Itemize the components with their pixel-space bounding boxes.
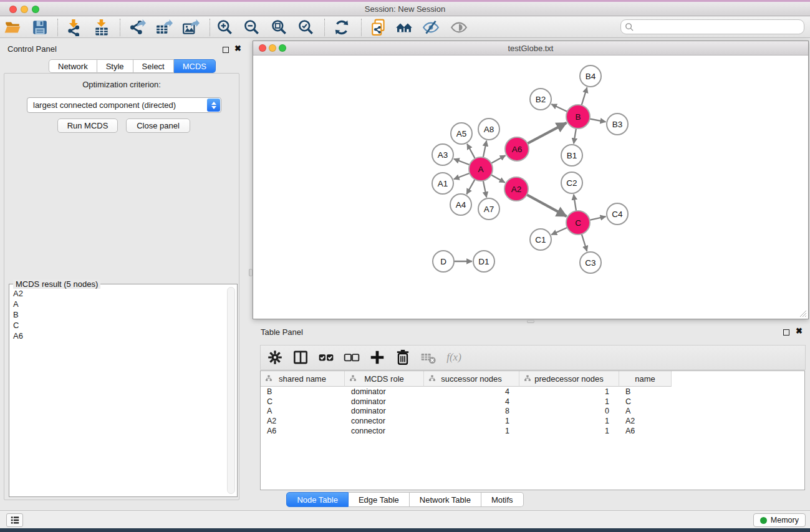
select-all-icon[interactable] (317, 348, 335, 367)
toolbar-separator (57, 19, 58, 36)
column-header-MCDS-role[interactable]: MCDS role (345, 371, 424, 387)
graph-node-B3[interactable]: B3 (607, 114, 628, 135)
graph-node-C3[interactable]: C3 (580, 252, 601, 273)
network-canvas[interactable]: B4B2B3A8A5A3B1A1C2A4A7C4C1DD1C3BA6AA2C (253, 56, 808, 319)
memory-status-dot (760, 517, 767, 524)
zoom-fit-icon[interactable] (269, 18, 290, 37)
save-session-icon[interactable] (29, 18, 51, 37)
graph-node-A1[interactable]: A1 (432, 173, 453, 194)
resize-grip[interactable] (798, 309, 807, 317)
mcds-result-item[interactable]: A (9, 299, 226, 309)
hide-details-icon[interactable] (420, 18, 441, 37)
close-panel-button[interactable]: Close panel (126, 118, 190, 133)
close-panel-icon[interactable]: ✖ (234, 46, 241, 52)
graph-node-A[interactable]: A (469, 157, 493, 181)
svg-text:A5: A5 (456, 129, 467, 138)
graph-node-A2[interactable]: A2 (504, 177, 528, 201)
float-panel-icon[interactable] (783, 328, 789, 337)
svg-text:D1: D1 (478, 257, 489, 266)
mcds-result-item[interactable]: C (9, 320, 226, 331)
tab-style[interactable]: Style (97, 59, 133, 73)
pane-divider-handle[interactable] (527, 320, 534, 323)
table-cell: C (619, 397, 672, 406)
tab-mcds[interactable]: MCDS (174, 59, 216, 73)
delete-column-icon[interactable] (393, 348, 412, 367)
graph-node-D[interactable]: D (433, 251, 454, 272)
tab-network[interactable]: Network (49, 59, 97, 73)
open-session-icon[interactable] (2, 18, 23, 37)
graph-node-C1[interactable]: C1 (530, 229, 551, 250)
graph-node-D1[interactable]: D1 (473, 251, 494, 272)
graph-node-A8[interactable]: A8 (478, 118, 499, 140)
table-row[interactable]: Bdominator41B (261, 387, 804, 397)
mcds-result-item[interactable]: A6 (9, 331, 226, 341)
copy-style-icon[interactable] (369, 18, 390, 37)
column-header-successor-nodes[interactable]: successor nodes (424, 371, 519, 387)
optimization-criterion-label: Optimization criterion: (0, 80, 243, 89)
tab-select[interactable]: Select (133, 59, 174, 73)
svg-text:A7: A7 (484, 205, 494, 214)
search-icon (625, 22, 634, 32)
import-network-icon[interactable] (64, 18, 85, 37)
optimization-criterion-select[interactable]: largest connected component (directed) (27, 97, 221, 113)
graph-node-A7[interactable]: A7 (478, 198, 499, 220)
mcds-result-item[interactable]: A2 (9, 288, 226, 299)
graph-node-B[interactable]: B (566, 105, 590, 128)
graph-node-A6[interactable]: A6 (505, 137, 529, 161)
zoom-out-icon[interactable] (241, 18, 263, 37)
scrollbar[interactable] (227, 287, 235, 494)
table-row[interactable]: A2connector11A2 (261, 416, 804, 426)
control-panel-title: Control Panel (7, 44, 57, 54)
tab-motifs[interactable]: Motifs (481, 492, 524, 507)
task-history-button[interactable] (6, 513, 23, 527)
table-cell: A (619, 407, 672, 415)
column-header-name[interactable]: name (619, 371, 672, 387)
table-cell: 1 (519, 397, 619, 406)
search-input[interactable] (634, 22, 804, 32)
table-row[interactable]: Cdominator41C (261, 397, 804, 407)
tab-edge-table[interactable]: Edge Table (349, 492, 410, 507)
table-cell: connector (345, 427, 424, 435)
graph-node-A5[interactable]: A5 (451, 123, 472, 144)
svg-text:C: C (575, 218, 581, 228)
table-row[interactable]: A6connector11A6 (261, 426, 804, 436)
function-builder-icon[interactable]: f(x) (445, 348, 463, 367)
pane-divider-handle[interactable] (249, 269, 253, 276)
export-image-icon[interactable] (180, 18, 201, 37)
close-panel-icon[interactable]: ✖ (796, 328, 803, 334)
graph-node-B4[interactable]: B4 (580, 65, 601, 87)
show-details-icon[interactable] (448, 18, 470, 37)
delete-table-icon[interactable] (419, 348, 438, 367)
search-box[interactable] (620, 19, 804, 34)
deselect-all-icon[interactable] (342, 348, 361, 367)
zoom-in-icon[interactable] (215, 18, 236, 37)
run-mcds-button[interactable]: Run MCDS (57, 118, 118, 133)
double-home-icon[interactable] (393, 18, 415, 37)
graph-node-A3[interactable]: A3 (432, 144, 453, 165)
zoom-selected-icon[interactable] (296, 18, 317, 37)
table-settings-icon[interactable] (266, 348, 284, 367)
table-row[interactable]: Adominator80A (261, 406, 804, 416)
tab-network-table[interactable]: Network Table (410, 492, 481, 507)
import-table-icon[interactable] (91, 18, 112, 37)
svg-text:B2: B2 (536, 95, 546, 104)
export-table-icon[interactable] (153, 18, 175, 37)
graph-node-C[interactable]: C (566, 211, 590, 235)
graph-node-C2[interactable]: C2 (561, 172, 582, 193)
graph-node-C4[interactable]: C4 (607, 203, 628, 225)
svg-text:A8: A8 (484, 125, 494, 134)
graph-node-B1[interactable]: B1 (561, 145, 582, 166)
graph-node-A4[interactable]: A4 (450, 194, 471, 215)
graph-node-B2[interactable]: B2 (530, 89, 551, 110)
tab-node-table[interactable]: Node Table (286, 492, 349, 507)
add-column-icon[interactable] (368, 348, 387, 367)
mcds-result-box: MCDS result (5 nodes) A2ABCA6 (9, 284, 238, 497)
export-network-icon[interactable] (127, 18, 148, 37)
memory-button[interactable]: Memory (753, 513, 806, 527)
float-panel-icon[interactable] (223, 46, 229, 55)
column-header-shared-name[interactable]: shared name (261, 371, 345, 387)
mcds-result-item[interactable]: B (9, 309, 226, 320)
refresh-icon[interactable] (331, 18, 352, 37)
split-view-icon[interactable] (291, 348, 310, 367)
column-header-predecessor-nodes[interactable]: predecessor nodes (519, 371, 619, 387)
